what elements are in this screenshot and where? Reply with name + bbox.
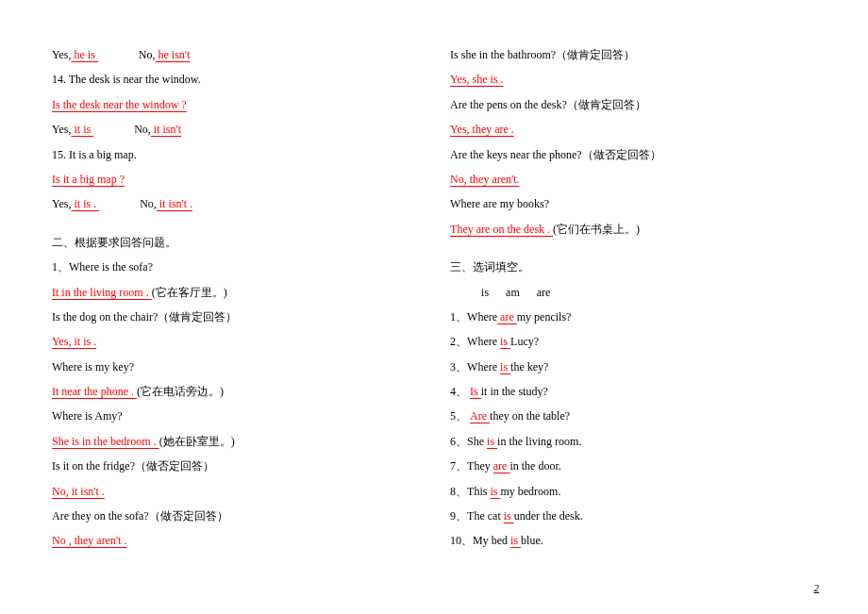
fill-options: is am are — [450, 280, 832, 305]
ans-q14: Is the desk near the window ? — [52, 98, 187, 111]
q13-answers: Yes, he is No, he isn't — [52, 42, 384, 67]
s2-a8: Yes, they are . — [450, 117, 832, 141]
f1-pre: 1、Where — [450, 310, 497, 324]
s2-a1: It in the living room . (它在客厅里。) — [52, 280, 384, 305]
yes-label: Yes, — [52, 48, 71, 61]
s2-q2: Is the dog on the chair?（做肯定回答） — [52, 305, 384, 329]
f4-ans: Is — [470, 385, 481, 398]
note-on-desk: (它们在书桌上。) — [553, 223, 640, 236]
f8-post: my bedroom. — [500, 485, 560, 498]
s2-q1: 1、Where is the sofa? — [52, 255, 384, 279]
f8-ans: is — [490, 485, 500, 498]
ans-he-isnt: he isn't — [155, 48, 190, 61]
note-bedroom: (她在卧室里。) — [159, 435, 235, 448]
f5-post: they on the table? — [490, 409, 570, 423]
f10-ans: is — [510, 534, 521, 547]
ans-yes-it-is: Yes, it is . — [52, 335, 96, 348]
f5-ans: Are — [470, 409, 490, 423]
fill-6: 6、She is in the living room. — [450, 429, 832, 454]
two-column-layout: Yes, he is No, he isn't 14. The desk is … — [52, 42, 832, 554]
s2-q8: Are the pens on the desk?（做肯定回答） — [450, 92, 832, 117]
no-label: No, — [139, 48, 156, 61]
ans-it-isnt: it isn't — [151, 123, 181, 136]
f4-pre: 4、 — [450, 385, 470, 398]
q14-transformed: Is the desk near the window ? — [52, 92, 384, 117]
f7-pre: 7、They — [450, 459, 493, 473]
q15-answers: Yes, it is . No, it isn't . — [52, 191, 384, 216]
f3-post: the key? — [510, 360, 548, 373]
s2-a9: No, they aren't. — [450, 167, 832, 191]
note-near-phone: (它在电话旁边。) — [137, 385, 224, 398]
ans-he-is: he is — [71, 48, 97, 61]
f1-ans: are — [497, 310, 517, 324]
worksheet-page: Yes, he is No, he isn't 14. The desk is … — [0, 0, 868, 614]
note-living-room: (它在客厅里。) — [152, 286, 227, 299]
s2-q10: Where are my books? — [450, 191, 832, 216]
f3-pre: 3、Where — [450, 360, 500, 373]
f10-pre: 10、My bed — [450, 534, 510, 547]
fill-7: 7、They are in the door. — [450, 454, 832, 478]
fill-3: 3、Where is the key? — [450, 355, 832, 379]
f7-post: in the door. — [509, 459, 560, 473]
section-2-title: 二、根据要求回答问题。 — [52, 230, 384, 255]
f7-ans: are — [493, 459, 510, 473]
s2-q5: Is it on the fridge?（做否定回答） — [52, 454, 384, 478]
f6-ans: is — [487, 435, 497, 448]
ans-yes-they-are: Yes, they are . — [450, 123, 514, 136]
fill-1: 1、Where are my pencils? — [450, 305, 832, 329]
f4-post: it in the study? — [481, 385, 548, 398]
ans-living-room: It in the living room . — [52, 286, 152, 299]
f3-ans: is — [500, 360, 510, 373]
ans-no-they-arent-2: No, they aren't. — [450, 173, 519, 186]
no-label: No, — [140, 197, 157, 210]
option-are: are — [537, 286, 551, 299]
fill-5: 5、 Are they on the table? — [450, 404, 832, 428]
ans-it-is-2: it is . — [71, 197, 99, 210]
s2-a4: She is in the bedroom . (她在卧室里。) — [52, 429, 384, 454]
s2-a10: They are on the desk . (它们在书桌上。) — [450, 217, 832, 241]
page-number: 2 — [814, 576, 820, 599]
ans-no-it-isnt: No, it isn't . — [52, 485, 105, 498]
s2-q9: Are the keys near the phone?（做否定回答） — [450, 142, 832, 167]
fill-4: 4、 Is it in the study? — [450, 379, 832, 404]
s2-a2: Yes, it is . — [52, 329, 384, 354]
f1-post: my pencils? — [517, 310, 572, 324]
ans-bedroom: She is in the bedroom . — [52, 435, 159, 448]
s2-a3: It near the phone . (它在电话旁边。) — [52, 379, 384, 404]
options-indent — [450, 280, 478, 305]
q14-text: 14. The desk is near the window. — [52, 67, 384, 91]
s2-a7: Yes, she is . — [450, 67, 832, 91]
fill-10: 10、My bed is blue. — [450, 528, 832, 553]
no-label: No, — [134, 123, 151, 136]
fill-8: 8、This is my bedroom. — [450, 479, 832, 504]
f9-pre: 9、The cat — [450, 509, 504, 523]
f2-post: Lucy? — [510, 335, 539, 348]
s2-q6: Are they on the sofa?（做否定回答） — [52, 504, 384, 528]
ans-no-they-arent: No , they aren't . — [52, 534, 126, 547]
s2-a6: No , they aren't . — [52, 528, 384, 553]
fill-9: 9、The cat is under the desk. — [450, 504, 832, 528]
f10-post: blue. — [521, 534, 543, 547]
section-3-title: 三、选词填空。 — [450, 255, 832, 279]
q15-text: 15. It is a big map. — [52, 142, 384, 167]
s2-q4: Where is Amy? — [52, 404, 384, 428]
option-is: is — [481, 286, 489, 299]
f6-pre: 6、She — [450, 435, 487, 448]
f9-post: under the desk. — [514, 509, 583, 523]
right-column: Is she in the bathroom?（做肯定回答） Yes, she … — [450, 42, 832, 554]
ans-on-desk: They are on the desk . — [450, 223, 553, 236]
ans-it-is: it is — [71, 123, 93, 136]
f8-pre: 8、This — [450, 485, 490, 498]
q15-transformed: Is it a big map ? — [52, 167, 384, 191]
ans-q15: Is it a big map ? — [52, 173, 125, 186]
f6-post: in the living room. — [497, 435, 581, 448]
s2-q7: Is she in the bathroom?（做肯定回答） — [450, 42, 832, 67]
option-am: am — [506, 286, 520, 299]
f5-pre: 5、 — [450, 409, 470, 423]
ans-yes-she-is: Yes, she is . — [450, 73, 503, 86]
ans-it-isnt-2: it isn't . — [157, 197, 192, 210]
yes-label: Yes, — [52, 123, 71, 136]
fill-2: 2、Where is Lucy? — [450, 329, 832, 354]
yes-label: Yes, — [52, 197, 71, 210]
f2-pre: 2、Where — [450, 335, 500, 348]
